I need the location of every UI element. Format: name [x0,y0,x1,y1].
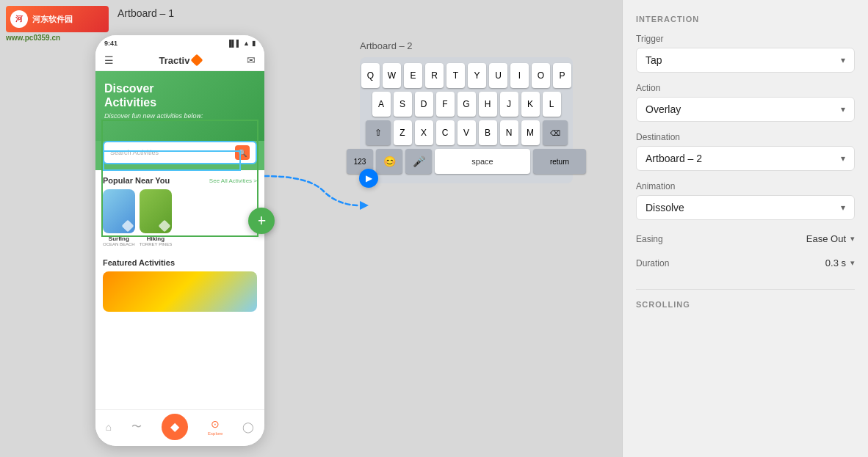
key-d[interactable]: D [415,92,433,117]
key-s[interactable]: S [394,92,412,117]
see-all-link[interactable]: See All Activities > [209,178,257,184]
key-shift[interactable]: ⇧ [366,120,391,145]
card-hiking-img [140,189,172,233]
hero-section: DiscoverActivities Discover fun new acti… [95,71,264,141]
search-bar[interactable]: Search Activities 🔍 [103,141,257,164]
key-z[interactable]: Z [394,120,412,145]
search-submit-icon[interactable]: 🔍 [235,145,250,160]
card-surfing-sublabel: OCEAN BEACH [103,242,135,246]
action-label: Action [636,83,855,93]
watermark-logo: 河 河东软件园 [6,6,109,32]
key-i[interactable]: I [510,63,529,88]
duration-select[interactable]: 0.3 s ▾ [825,257,855,268]
key-l[interactable]: L [543,92,561,117]
trigger-select[interactable]: Tap ▾ [636,48,855,73]
hamburger-icon[interactable]: ☰ [104,54,114,66]
key-x[interactable]: X [415,120,433,145]
key-k[interactable]: K [521,92,540,117]
canvas-area: 河 河东软件园 www.pc0359.cn Artboard – 1 9:41 … [0,0,622,457]
artboard2-title: Artboard – 2 [360,40,573,51]
action-group: Action Overlay ▾ [636,83,855,122]
keyboard-next-button[interactable]: ▶ [359,169,378,188]
add-button[interactable]: + [248,208,275,234]
profile-icon: ◯ [242,421,254,433]
key-v[interactable]: V [457,120,476,145]
duration-value: 0.3 s [825,257,846,268]
key-o[interactable]: O [532,63,550,88]
keyboard: Q W E R T Y U I O P A S D F G H J K [360,57,573,183]
card-hiking-sublabel: TORREY PINES [140,242,172,246]
key-r[interactable]: R [425,63,444,88]
center-button[interactable]: ◆ [162,414,188,440]
key-y[interactable]: Y [468,63,486,88]
key-a[interactable]: A [372,92,391,117]
search-placeholder: Search Activities [110,149,235,156]
watermark-url: www.pc0359.cn [6,34,109,42]
action-select[interactable]: Overlay ▾ [636,97,855,122]
hero-title: DiscoverActivities [104,81,256,109]
duration-group: Duration 0.3 s ▾ [636,255,855,271]
search-nav-icon: ⊙ [211,418,220,430]
key-t[interactable]: T [446,63,465,88]
key-space[interactable]: space [435,149,530,174]
phone-bottom-nav: ⌂ 〜 ◆ ⊙ Explore ◯ [95,409,264,446]
battery-icon: ▮ [252,40,256,47]
card-surfing-img [103,189,135,233]
nav-activity[interactable]: 〜 [131,420,142,434]
key-u[interactable]: U [489,63,507,88]
key-f[interactable]: F [436,92,455,117]
destination-value: Artboard – 2 [645,153,702,164]
key-mic[interactable]: 🎤 [405,149,432,174]
action-chevron-icon: ▾ [841,104,845,114]
key-q[interactable]: Q [361,63,380,88]
card-surfing[interactable]: Surfing OCEAN BEACH [103,189,135,246]
animation-select[interactable]: Dissolve ▾ [636,195,855,220]
right-panel: INTERACTION Trigger Tap ▾ Action Overlay… [622,0,868,457]
destination-select[interactable]: Artboard – 2 ▾ [636,146,855,171]
trigger-value: Tap [645,54,662,66]
featured-section: Featured Activities [95,252,264,318]
key-g[interactable]: G [457,92,476,117]
svg-marker-0 [360,201,369,210]
popular-section: Popular Near You See All Activities > Su… [95,170,264,252]
key-j[interactable]: J [500,92,518,117]
section-header: Popular Near You See All Activities > [103,176,257,185]
key-emoji[interactable]: 😊 [376,149,402,174]
phone-frame: 9:41 ▐▌▌ ▲ ▮ ☰ Tractiv ✉ DiscoverActivit… [95,35,264,446]
action-value: Overlay [645,103,681,115]
key-c[interactable]: C [436,120,455,145]
nav-center[interactable]: ◆ [162,414,188,440]
cards-row: Surfing OCEAN BEACH Hiking TORREY PINES [103,189,257,246]
duration-label: Duration [636,258,669,268]
key-n[interactable]: N [500,120,518,145]
watermark-logo-icon: 河 [10,10,28,28]
easing-select[interactable]: Ease Out ▾ [806,233,855,244]
nav-home[interactable]: ⌂ [106,421,112,433]
card-hiking[interactable]: Hiking TORREY PINES [140,189,172,246]
popular-title: Popular Near You [103,176,170,185]
keyboard-row-3: ⇧ Z X C V B N M ⌫ [364,120,568,145]
home-icon: ⌂ [106,421,112,433]
key-m[interactable]: M [521,120,540,145]
watermark-logo-text: 河东软件园 [32,14,73,25]
key-p[interactable]: P [553,63,571,88]
search-section: Search Activities 🔍 [95,141,264,170]
key-return[interactable]: return [533,149,586,174]
message-icon[interactable]: ✉ [247,54,256,66]
key-delete[interactable]: ⌫ [543,120,568,145]
key-w[interactable]: W [383,63,401,88]
phone-container: 9:41 ▐▌▌ ▲ ▮ ☰ Tractiv ✉ DiscoverActivit… [95,35,264,446]
key-b[interactable]: B [479,120,497,145]
hero-subtitle: Discover fun new activities below: [104,112,256,120]
nav-profile[interactable]: ◯ [242,421,254,433]
easing-chevron-icon: ▾ [850,234,855,244]
nav-diamond-icon [191,54,203,67]
card-surfing-label: Surfing [103,235,135,242]
trigger-chevron-icon: ▾ [841,55,845,65]
easing-value: Ease Out [806,233,846,244]
key-e[interactable]: E [404,63,422,88]
interaction-section-title: INTERACTION [636,15,855,23]
key-h[interactable]: H [479,92,497,117]
nav-search[interactable]: ⊙ Explore [208,418,223,436]
phone-nav: ☰ Tractiv ✉ [95,50,264,71]
